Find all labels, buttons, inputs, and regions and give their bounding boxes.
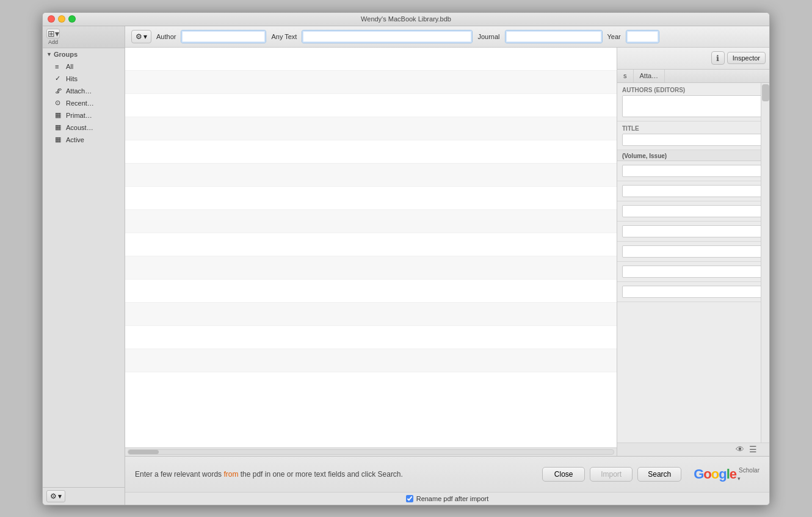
right-scrollbar[interactable] bbox=[761, 83, 769, 456]
titlebar: Wendy's MacBook Library.bdb bbox=[43, 13, 769, 26]
inspector-field-6[interactable] bbox=[622, 286, 764, 298]
table-row bbox=[125, 48, 617, 71]
inspector-label: Inspector bbox=[733, 54, 760, 62]
main-window: Wendy's MacBook Library.bdb ⊞▾ Add ▼ Gro… bbox=[42, 12, 770, 505]
sidebar-item-hits[interactable]: ✓ Hits bbox=[43, 73, 125, 85]
inspector-field-5[interactable] bbox=[622, 266, 764, 278]
table-row bbox=[125, 71, 617, 94]
gear-dropdown-icon: ▾ bbox=[58, 492, 62, 501]
rename-checkbox[interactable] bbox=[406, 495, 413, 502]
table-row bbox=[125, 140, 617, 164]
right-panel-bottom: 👁 ☰ bbox=[617, 443, 769, 456]
active-icon: ▦ bbox=[55, 136, 63, 143]
inspector-vol-section bbox=[617, 161, 769, 181]
year-label: Year bbox=[607, 33, 621, 40]
tab-info-label: s bbox=[623, 72, 627, 79]
sidebar-item-primates[interactable]: ▦ Primat… bbox=[43, 109, 125, 121]
anytext-input[interactable] bbox=[302, 30, 473, 43]
ref-rows bbox=[125, 48, 617, 447]
sidebar-item-recent[interactable]: ⊙ Recent… bbox=[43, 97, 125, 109]
close-button-dialog[interactable]: Close bbox=[542, 467, 585, 482]
sidebar-item-label-attachments: Attach… bbox=[66, 87, 92, 95]
inspector-field-4[interactable] bbox=[622, 245, 764, 258]
main-layout: ⊞▾ Add ▼ Groups ≡ All ✓ Hits 🖇 Attach… bbox=[43, 26, 769, 505]
eye-icon[interactable]: 👁 bbox=[736, 444, 744, 454]
attach-icon: 🖇 bbox=[55, 87, 63, 95]
scholar-label: Scholar bbox=[739, 467, 759, 474]
inspector-button[interactable]: Inspector bbox=[727, 52, 766, 64]
anytext-label: Any Text bbox=[271, 33, 297, 40]
table-row bbox=[125, 164, 617, 187]
sidebar: ⊞▾ Add ▼ Groups ≡ All ✓ Hits 🖇 Attach… bbox=[43, 26, 125, 505]
sidebar-item-label-primates: Primat… bbox=[66, 112, 92, 119]
table-row bbox=[125, 280, 617, 303]
table-row bbox=[125, 117, 617, 140]
status-message: Enter a few relevant words from the pdf … bbox=[135, 470, 542, 479]
author-input[interactable] bbox=[181, 30, 266, 43]
table-row bbox=[125, 233, 617, 256]
google-text: Google bbox=[694, 466, 736, 482]
status-text-1: Enter a few relevant words bbox=[135, 470, 223, 479]
window-title: Wendy's MacBook Library.bdb bbox=[361, 15, 451, 23]
right-panel-content: Authors (editors) Title (Volume, Issue) bbox=[617, 83, 769, 456]
google-dropdown-arrow[interactable]: ▾ bbox=[738, 475, 741, 482]
all-icon: ≡ bbox=[55, 63, 63, 70]
table-row bbox=[125, 256, 617, 280]
sidebar-item-label-acoustics: Acoust… bbox=[66, 124, 93, 131]
maximize-button[interactable] bbox=[68, 15, 76, 23]
recent-icon: ⊙ bbox=[55, 99, 63, 107]
sidebar-item-label-active: Active bbox=[66, 136, 84, 143]
inspector-authors-section: Authors (editors) bbox=[617, 83, 769, 121]
journal-input[interactable] bbox=[505, 30, 603, 43]
tab-info[interactable]: s bbox=[617, 70, 634, 82]
search-settings-button[interactable]: ⚙ ▾ bbox=[131, 30, 151, 43]
vol-issue-header: (Volume, Issue) bbox=[617, 150, 769, 161]
traffic-lights bbox=[48, 15, 76, 23]
sidebar-gear-button[interactable]: ⚙ ▾ bbox=[46, 490, 65, 502]
primates-icon: ▦ bbox=[55, 111, 63, 119]
status-bar: Enter a few relevant words from the pdf … bbox=[125, 457, 769, 492]
list-icon[interactable]: ☰ bbox=[749, 444, 757, 454]
right-scrollbar-thumb bbox=[762, 84, 769, 101]
tab-attach-label: Atta… bbox=[640, 72, 659, 79]
inspector-field-3[interactable] bbox=[622, 225, 764, 237]
status-highlight: from bbox=[223, 470, 238, 479]
table-row bbox=[125, 349, 617, 372]
sidebar-item-all[interactable]: ≡ All bbox=[43, 60, 125, 73]
inspector-field-1[interactable] bbox=[622, 185, 764, 197]
year-input[interactable] bbox=[626, 30, 659, 43]
sidebar-item-label-recent: Recent… bbox=[66, 99, 94, 107]
journal-label: Journal bbox=[477, 33, 499, 40]
inspector-field-section-2 bbox=[617, 201, 769, 222]
right-panel-tabs: s Atta… bbox=[617, 70, 769, 83]
status-bar-wrapper: Enter a few relevant words from the pdf … bbox=[125, 456, 769, 505]
title-field[interactable] bbox=[622, 134, 764, 146]
table-row bbox=[125, 94, 617, 117]
inspector-field-section-1 bbox=[617, 181, 769, 201]
volume-field[interactable] bbox=[622, 165, 764, 177]
minimize-button[interactable] bbox=[58, 15, 65, 23]
content-area: ⚙ ▾ Author Any Text Journal Year bbox=[125, 26, 769, 505]
inspector-title-section: Title bbox=[617, 121, 769, 150]
horizontal-scrollbar[interactable] bbox=[125, 447, 617, 456]
inspector-field-section-6 bbox=[617, 282, 769, 302]
info-button[interactable]: ℹ bbox=[711, 51, 725, 65]
search-button[interactable]: Search bbox=[637, 467, 681, 482]
authors-field[interactable] bbox=[622, 95, 764, 117]
bottom-buttons: Close Import Search Google bbox=[542, 466, 759, 482]
rename-label: Rename pdf after import bbox=[416, 495, 489, 502]
right-panel: ℹ Inspector s Atta… bbox=[617, 48, 769, 456]
sidebar-item-active[interactable]: ▦ Active bbox=[43, 134, 125, 146]
scrollbar-thumb bbox=[128, 450, 159, 454]
sidebar-bottom: ⚙ ▾ bbox=[43, 487, 125, 505]
tab-attachments[interactable]: Atta… bbox=[634, 70, 665, 82]
add-button[interactable]: ⊞▾ Add bbox=[46, 29, 60, 45]
inspector-field-2[interactable] bbox=[622, 205, 764, 217]
sidebar-item-label-hits: Hits bbox=[66, 75, 78, 82]
import-button[interactable]: Import bbox=[590, 467, 633, 482]
sidebar-item-acoustics[interactable]: ▦ Acoust… bbox=[43, 121, 125, 134]
close-button[interactable] bbox=[48, 15, 55, 23]
groups-label: Groups bbox=[54, 51, 78, 58]
groups-header[interactable]: ▼ Groups bbox=[43, 48, 125, 60]
sidebar-item-attachments[interactable]: 🖇 Attach… bbox=[43, 85, 125, 97]
